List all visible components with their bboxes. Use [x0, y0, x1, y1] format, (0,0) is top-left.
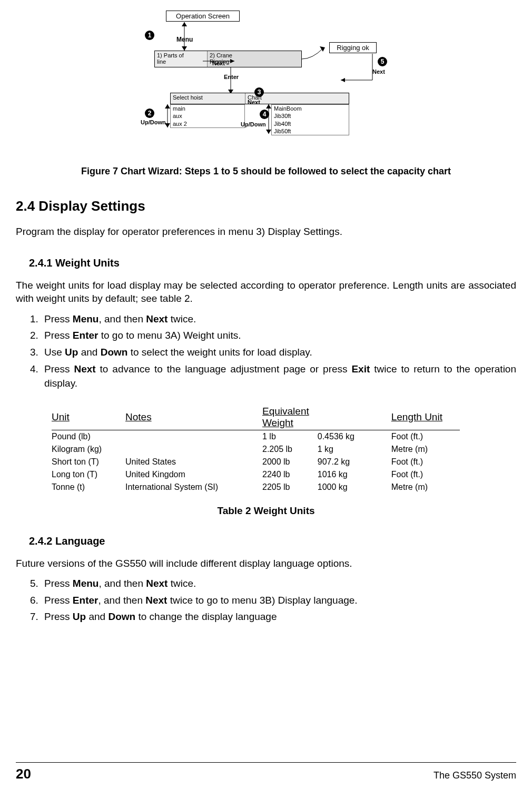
page-number: 20: [16, 766, 31, 782]
chart-wizard-diagram: Operation Screen 1 Menu 1) Parts of line…: [134, 11, 398, 158]
th-unit: Unit: [52, 405, 125, 430]
diagram-select-hoist: Select hoist: [171, 93, 245, 104]
table-row: Long ton (T)United Kingdom2240 lb1016 kg…: [52, 468, 460, 481]
th-eqw2: [318, 405, 391, 430]
diagram-row1-cell1-line1: 1) Parts of: [157, 52, 205, 58]
diagram-chart-item-0: MainBoom: [272, 105, 349, 112]
table-row: Short ton (T)United States2000 lb907.2 k…: [52, 456, 460, 468]
svg-marker-1: [182, 22, 187, 26]
table-2-caption: Table 2 Weight Units: [16, 505, 516, 517]
step-1: Press Menu, and then Next twice.: [41, 312, 516, 327]
th-length: Length Unit: [391, 405, 460, 430]
diagram-step-1: 1: [145, 31, 154, 40]
heading-2-4: 2.4 Display Settings: [16, 198, 516, 214]
step-4: Press Next to advance to the language ad…: [41, 362, 516, 391]
heading-2-4-2: 2.4.2 Language: [29, 535, 516, 547]
diagram-step-2: 2: [145, 109, 154, 118]
diagram-hoist-item-2: aux 2: [171, 120, 244, 127]
step-3: Use Up and Down to select the weight uni…: [41, 345, 516, 360]
svg-marker-14: [266, 130, 271, 134]
page-footer: 20 The GS550 System: [16, 762, 516, 782]
weight-units-steps: Press Menu, and then Next twice. Press E…: [41, 312, 516, 391]
diagram-step-3: 3: [254, 87, 264, 97]
section-2-4-2-intro: Future versions of the GS550 will includ…: [16, 557, 516, 570]
diagram-row1-cell2-line1: 2) Crane: [210, 52, 299, 58]
table-row: Pound (lb)1 lb0.4536 kgFoot (ft.): [52, 430, 460, 443]
diagram-chart-item-2: Jib40ft: [272, 120, 349, 127]
section-2-4-intro: Program the display for operator prefere…: [16, 225, 516, 239]
svg-marker-2: [182, 46, 187, 51]
svg-marker-13: [266, 104, 271, 109]
section-2-4-1-intro: The weight units for load display may be…: [16, 279, 516, 306]
footer-title: The GS550 System: [434, 770, 516, 781]
table-row: Tonne (t)International System (SI)2205 l…: [52, 481, 460, 494]
diagram-updown-label-4: Up/Down: [241, 121, 266, 127]
th-eqw: Equivalent Weight: [262, 405, 318, 430]
diagram-chart-item-1: Jib30ft: [272, 112, 349, 120]
diagram-hoist-item-0: main: [171, 105, 244, 112]
heading-2-4-1: 2.4.1 Weight Units: [29, 257, 516, 269]
table-2: Unit Notes Equivalent Weight Length Unit…: [52, 405, 516, 494]
diagram-operation-screen: Operation Screen: [166, 11, 240, 22]
diagram-next-label-3: Next: [248, 99, 260, 105]
diagram-updown-label-2: Up/Down: [141, 119, 166, 125]
table-row: Kilogram (kg)2.205 lb1 kgMetre (m): [52, 443, 460, 456]
step-6: Press Enter, and then Next twice to go t…: [41, 593, 516, 608]
step-5: Press Menu, and then Next twice.: [41, 576, 516, 591]
diagram-step-5: 5: [378, 57, 387, 66]
th-notes: Notes: [125, 405, 262, 430]
figure-7-caption: Figure 7 Chart Wizard: Steps 1 to 5 shou…: [16, 166, 516, 177]
step-7: Press Up and Down to change the display …: [41, 609, 516, 624]
svg-marker-10: [165, 104, 170, 109]
diagram-hoist-item-1: aux: [171, 112, 244, 120]
diagram-row1-cell1-line2: line: [157, 58, 205, 65]
svg-marker-11: [165, 123, 170, 127]
step-2: Press Enter to go to menu 3A) Weight uni…: [41, 328, 516, 343]
diagram-rigging-ok: Rigging ok: [329, 42, 377, 53]
svg-marker-6: [341, 78, 345, 82]
diagram-chart-item-3: Jib50ft: [272, 127, 349, 135]
language-steps: Press Menu, and then Next twice. Press E…: [41, 576, 516, 624]
svg-marker-4: [230, 59, 234, 63]
